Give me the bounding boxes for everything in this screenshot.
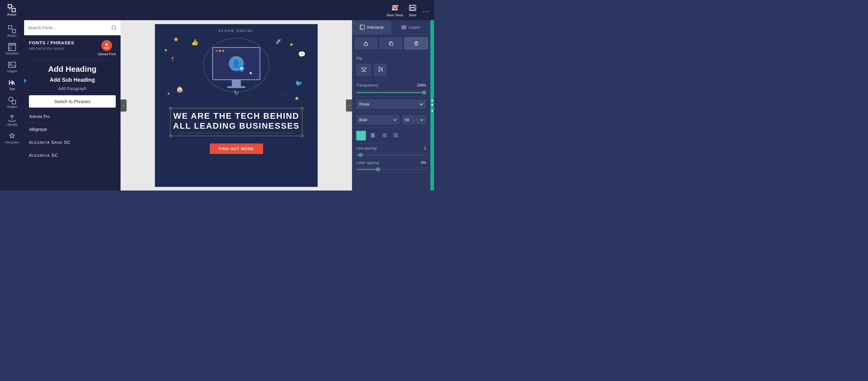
- flip-buttons: [356, 64, 426, 76]
- svg-rect-12: [8, 43, 16, 46]
- fonts-list: Advent Pro Alegreya Alegreya Sans SC Ale…: [24, 107, 121, 191]
- save-temp-button[interactable]: Save Temp: [387, 4, 403, 17]
- upload-font-button[interactable]: Upload Font: [98, 40, 116, 56]
- font-style-select[interactable]: Bold: [356, 115, 399, 125]
- line-spacing-slider-track[interactable]: [356, 154, 426, 156]
- svg-rect-9: [8, 26, 12, 29]
- svg-rect-1: [12, 8, 16, 12]
- handle-top-left[interactable]: [169, 107, 173, 110]
- svg-line-20: [115, 29, 116, 30]
- duplicate-button[interactable]: [379, 37, 403, 50]
- sidebar-item-uploads[interactable]: Uploads: [1, 112, 23, 129]
- edge-double-down-chevron[interactable]: ⬇: [431, 109, 434, 113]
- letter-spacing-fill: [356, 169, 377, 170]
- font-item-alegreya-sc[interactable]: Alegreya SC: [24, 149, 121, 162]
- topbar-left: Resize: [5, 1, 19, 19]
- monitor-dots: [216, 50, 224, 52]
- text-selection-area: WE ARE THE TECH BEHIND ALL LEADING BUSIN…: [155, 108, 318, 136]
- handle-bottom-left[interactable]: [169, 134, 173, 137]
- cta-container: FIND OUT MORE: [155, 139, 318, 154]
- add-subheading-button[interactable]: Add Sub Heading: [29, 77, 116, 83]
- svg-point-19: [112, 26, 116, 29]
- svg-rect-28: [360, 25, 362, 29]
- search-icon: [111, 25, 117, 31]
- letter-spacing-thumb[interactable]: [376, 167, 380, 171]
- line-spacing-slider-container: [352, 153, 430, 158]
- search-bar: [24, 20, 121, 35]
- font-item-alegreya-sans-sc[interactable]: Alegreya Sans SC: [24, 136, 121, 149]
- sidebar-item-text[interactable]: Text: [1, 76, 23, 93]
- flip-horizontal-button[interactable]: [374, 64, 387, 76]
- fonts-title: FONTS / PHRASES add text to the canvas: [29, 40, 74, 51]
- font-family-select[interactable]: Khula: [356, 99, 426, 109]
- letter-spacing-slider-track[interactable]: [356, 169, 426, 170]
- sidebar-icons: Resize Templates Images Text Shapes Uplo…: [0, 20, 24, 191]
- svg-rect-10: [12, 30, 16, 33]
- switch-phrases-button[interactable]: Switch to Phrases: [29, 95, 116, 107]
- font-style-row: Bold 59: [352, 112, 430, 128]
- fonts-header: FONTS / PHRASES add text to the canvas U…: [24, 35, 121, 56]
- line-spacing-thumb[interactable]: [359, 153, 363, 157]
- right-actions: [352, 34, 430, 53]
- svg-rect-7: [410, 5, 414, 7]
- sidebar-item-images[interactable]: Images: [1, 58, 23, 75]
- svg-rect-29: [402, 26, 406, 27]
- cta-button[interactable]: FIND OUT MORE: [210, 144, 263, 154]
- edge-down-chevron[interactable]: ▼: [430, 103, 434, 107]
- handle-bottom-right[interactable]: [300, 134, 304, 137]
- add-heading-button[interactable]: Add Heading: [29, 64, 116, 74]
- flip-vertical-button[interactable]: [356, 64, 371, 76]
- transparency-slider-track[interactable]: [356, 92, 426, 93]
- transparency-slider-thumb[interactable]: [422, 90, 426, 95]
- letter-spacing-slider-container: [352, 167, 430, 173]
- svg-rect-34: [390, 42, 393, 45]
- font-item-advent-pro[interactable]: Advent Pro: [24, 110, 121, 123]
- cursor-icon: [249, 71, 253, 76]
- svg-rect-18: [12, 100, 16, 104]
- svg-rect-0: [8, 4, 11, 8]
- font-item-alegreya[interactable]: Alegreya: [24, 123, 121, 136]
- align-justify-button[interactable]: [391, 131, 400, 140]
- collapse-right-button[interactable]: ›: [346, 99, 352, 112]
- fonts-section-title: FONTS / PHRASES: [29, 40, 74, 45]
- text-color-swatch[interactable]: [356, 131, 366, 140]
- tab-layers[interactable]: Layers: [391, 20, 430, 34]
- svg-rect-32: [364, 43, 368, 45]
- heart-icon: ♡: [283, 92, 287, 99]
- star-icon-3: ★: [289, 41, 293, 47]
- sidebar-item-resize[interactable]: Resize: [1, 23, 23, 40]
- fonts-section-subtitle: add text to the canvas: [29, 46, 74, 51]
- topbar-right: Save Temp Save ...: [387, 4, 430, 17]
- sidebar-item-favourites[interactable]: Favourites: [1, 129, 23, 147]
- align-center-button[interactable]: [368, 131, 377, 140]
- lock-button[interactable]: [354, 37, 378, 50]
- resize-button[interactable]: Resize: [5, 1, 19, 19]
- transparency-row: Transparency 100%: [352, 80, 430, 91]
- monitor-stand: [232, 80, 241, 86]
- svg-rect-8: [410, 8, 415, 10]
- canvas-main-text: WE ARE THE TECH BEHIND ALL LEADING BUSIN…: [173, 111, 300, 131]
- font-size-select[interactable]: 59: [402, 115, 426, 125]
- add-paragraph-button[interactable]: Add Paragraph: [29, 86, 116, 91]
- star-icon-2: ★: [164, 47, 168, 53]
- search-input[interactable]: [28, 25, 111, 30]
- star-icon-4: ★: [294, 95, 300, 102]
- save-button[interactable]: Save: [408, 4, 417, 17]
- tab-artboards[interactable]: Artboards: [352, 20, 391, 34]
- letter-spacing-row: Letter spacing 0%: [352, 158, 430, 167]
- align-right-button[interactable]: [380, 131, 389, 140]
- star-icon-5: ★: [167, 92, 170, 96]
- edge-up-chevron[interactable]: ▲: [430, 98, 434, 102]
- active-indicator: [24, 78, 27, 83]
- main-content: Resize Templates Images Text Shapes Uplo…: [0, 20, 434, 191]
- selection-box[interactable]: WE ARE THE TECH BEHIND ALL LEADING BUSIN…: [170, 108, 303, 136]
- sidebar-item-shapes[interactable]: Shapes: [1, 94, 23, 111]
- handle-top-right[interactable]: [300, 107, 304, 110]
- svg-rect-13: [8, 47, 11, 51]
- right-tabs: Artboards Layers: [352, 20, 430, 34]
- collapse-left-button[interactable]: ‹: [121, 99, 127, 112]
- delete-button[interactable]: [404, 37, 428, 50]
- color-align-row: [352, 128, 430, 144]
- more-options-button[interactable]: ...: [422, 7, 429, 13]
- sidebar-item-templates[interactable]: Templates: [1, 40, 23, 58]
